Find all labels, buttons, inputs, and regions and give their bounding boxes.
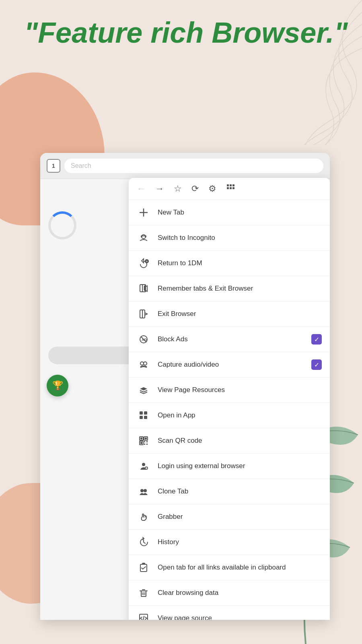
menu-label-history: History — [158, 538, 322, 547]
menu-label-open-app: Open in App — [158, 411, 322, 420]
search-button-bar — [48, 347, 137, 364]
svg-rect-5 — [232, 187, 234, 189]
menu-item-new-tab[interactable]: New Tab — [129, 200, 330, 225]
menu-label-new-tab: New Tab — [158, 208, 322, 217]
menu-item-view-resources[interactable]: View Page Resources — [129, 378, 330, 403]
clipboard-check-icon — [137, 561, 150, 574]
svg-rect-24 — [144, 416, 147, 419]
menu-label-remember-exit: Remember tabs & Exit Browser — [158, 284, 322, 293]
svg-rect-22 — [144, 411, 147, 415]
menu-item-block-ads[interactable]: AD Block Ads ✓ — [129, 327, 330, 352]
svg-point-20 — [144, 362, 147, 365]
menu-label-view-resources: View Page Resources — [158, 386, 322, 394]
history-icon — [137, 535, 150, 549]
grabber-icon — [137, 510, 150, 524]
menu-label-capture-av: Capture audio/video — [158, 360, 304, 369]
grid-icon — [137, 409, 150, 422]
browser-topbar: 1 Search — [40, 153, 330, 179]
svg-rect-28 — [145, 438, 147, 440]
headline: "Feature rich Browser." — [24, 16, 348, 50]
svg-rect-32 — [146, 441, 148, 442]
return-1dm-icon: + — [137, 256, 150, 270]
back-icon[interactable]: ← — [137, 184, 146, 194]
fab-trophy-button[interactable]: 🏆 — [47, 375, 68, 396]
menu-label-view-source: View page source — [158, 614, 322, 620]
svg-point-37 — [140, 489, 144, 492]
headline-text: "Feature rich Browser." — [24, 16, 348, 50]
menu-label-grabber: Grabber — [158, 512, 322, 521]
svg-rect-0 — [227, 184, 229, 186]
block-ads-icon: AD — [137, 332, 150, 346]
incognito-icon — [137, 231, 150, 245]
menu-item-remember-exit[interactable]: Remember tabs & Exit Browser — [129, 276, 330, 301]
menu-item-scan-qr[interactable]: Scan QR code — [129, 428, 330, 454]
menu-label-return-1dm: Return to 1DM — [158, 259, 322, 268]
exit-browser-icon — [137, 307, 150, 321]
svg-rect-30 — [140, 442, 142, 444]
menu-navbar: ← → ☆ ⟳ ⚙ — [129, 178, 330, 200]
svg-rect-34 — [146, 444, 148, 445]
svg-rect-2 — [232, 184, 234, 186]
svg-point-38 — [144, 489, 147, 492]
forward-icon[interactable]: → — [155, 184, 164, 194]
svg-rect-3 — [227, 187, 229, 189]
browser-container: 1 Search 🏆 ← → ☆ ⟳ ⚙ — [40, 153, 330, 620]
search-bar[interactable]: Search — [64, 159, 323, 173]
menu-item-exit-browser[interactable]: Exit Browser — [129, 301, 330, 327]
search-placeholder: Search — [71, 162, 91, 169]
menu-item-history[interactable]: History — [129, 530, 330, 555]
dropdown-menu: ← → ☆ ⟳ ⚙ New Tab — [129, 178, 330, 620]
svg-rect-4 — [230, 187, 232, 189]
svg-point-19 — [140, 362, 144, 365]
svg-line-46 — [143, 616, 144, 620]
layers-icon — [137, 383, 150, 397]
menu-label-incognito: Switch to Incognito — [158, 233, 322, 242]
menu-label-open-clipboard: Open tab for all links available in clip… — [158, 563, 322, 572]
code-icon — [137, 611, 150, 620]
block-ads-checkbox[interactable]: ✓ — [311, 334, 322, 345]
menu-item-open-app[interactable]: Open in App — [129, 403, 330, 428]
refresh-icon[interactable]: ⟳ — [191, 184, 199, 194]
menu-item-clone-tab[interactable]: Clone Tab — [129, 479, 330, 504]
svg-rect-31 — [144, 441, 145, 442]
menu-item-login-external[interactable]: Login using external browser — [129, 454, 330, 479]
menu-item-grabber[interactable]: Grabber — [129, 504, 330, 530]
clone-tab-icon — [137, 485, 150, 498]
svg-text:+: + — [146, 260, 148, 263]
menu-icon[interactable] — [226, 183, 236, 195]
menu-label-login-external: Login using external browser — [158, 462, 322, 471]
menu-item-return-1dm[interactable]: + Return to 1DM — [129, 251, 330, 276]
svg-rect-21 — [140, 411, 143, 415]
qr-icon — [137, 434, 150, 448]
login-external-icon — [137, 459, 150, 473]
menu-item-view-source[interactable]: View page source — [129, 606, 330, 620]
svg-rect-11 — [141, 235, 146, 236]
menu-label-scan-qr: Scan QR code — [158, 436, 322, 445]
menu-label-exit-browser: Exit Browser — [158, 310, 322, 318]
svg-rect-33 — [144, 444, 145, 445]
menu-item-open-clipboard[interactable]: Open tab for all links available in clip… — [129, 555, 330, 580]
menu-label-clear-data: Clear browsing data — [158, 588, 322, 597]
capture-av-icon — [137, 358, 150, 372]
menu-item-incognito[interactable]: Switch to Incognito — [129, 225, 330, 251]
bookmark-icon[interactable]: ☆ — [174, 184, 182, 194]
svg-point-35 — [142, 463, 145, 466]
menu-label-clone-tab: Clone Tab — [158, 487, 322, 496]
menu-item-clear-data[interactable]: Clear browsing data — [129, 580, 330, 606]
plus-icon — [137, 206, 150, 219]
menu-item-capture-av[interactable]: Capture audio/video ✓ — [129, 352, 330, 378]
menu-label-block-ads: Block Ads — [158, 335, 304, 344]
capture-av-checkbox[interactable]: ✓ — [311, 359, 322, 370]
svg-rect-1 — [230, 184, 232, 186]
svg-rect-26 — [140, 438, 142, 440]
remember-exit-icon — [137, 282, 150, 295]
svg-rect-23 — [140, 416, 143, 419]
loading-circle — [48, 211, 76, 239]
tab-indicator[interactable]: 1 — [47, 159, 60, 173]
settings-icon[interactable]: ⚙ — [208, 184, 216, 194]
trash-icon — [137, 586, 150, 600]
